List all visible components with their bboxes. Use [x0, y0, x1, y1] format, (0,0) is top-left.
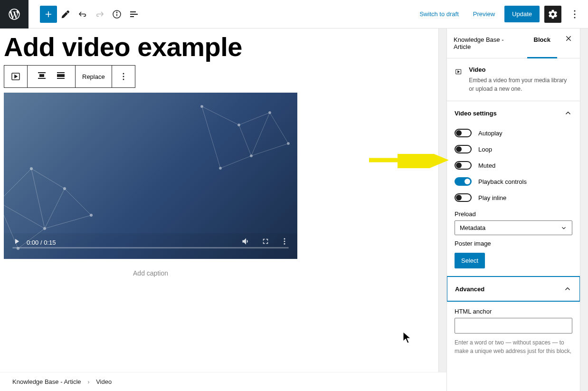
svg-point-40 [237, 124, 240, 126]
loop-toggle[interactable] [455, 145, 472, 153]
svg-rect-10 [57, 74, 65, 77]
settings-button[interactable] [544, 6, 561, 23]
svg-point-42 [250, 154, 252, 157]
pencil-icon [60, 9, 71, 19]
video-controls-bar: 0:00 / 0:15 [4, 233, 297, 259]
info-button[interactable] [108, 6, 125, 23]
chevron-up-icon [563, 285, 572, 293]
anchor-input[interactable] [455, 318, 572, 334]
undo-icon [77, 9, 88, 20]
undo-button[interactable] [74, 6, 91, 23]
svg-point-39 [200, 105, 203, 107]
redo-icon [94, 9, 105, 20]
caption-input[interactable]: Add caption [4, 259, 297, 287]
autoplay-toggle[interactable] [455, 129, 472, 137]
more-vertical-icon [569, 9, 580, 20]
top-toolbar: Switch to draft Preview Update [0, 0, 588, 29]
playback-toggle[interactable] [455, 177, 472, 186]
svg-point-3 [574, 10, 576, 11]
video-icon [455, 66, 462, 77]
fullscreen-button[interactable] [261, 237, 270, 248]
block-title: Video [469, 66, 572, 73]
align-button[interactable] [33, 70, 50, 83]
chevron-down-icon [560, 225, 567, 231]
svg-line-38 [251, 143, 288, 156]
video-progress-bar[interactable] [12, 247, 289, 248]
add-block-button[interactable] [40, 6, 57, 23]
volume-button[interactable] [241, 237, 251, 248]
poster-select-button[interactable]: Select [455, 253, 485, 268]
preload-select[interactable]: Metadata [455, 220, 572, 235]
advanced-header[interactable]: Advanced [447, 277, 579, 301]
play-button[interactable] [12, 237, 21, 248]
sidebar-scrollbar[interactable] [580, 29, 588, 391]
svg-rect-7 [39, 74, 44, 77]
preview-link[interactable]: Preview [468, 10, 500, 18]
svg-line-20 [31, 169, 45, 229]
svg-line-19 [4, 202, 45, 229]
block-type-button[interactable] [4, 66, 28, 87]
video-settings-header[interactable]: Video settings [447, 101, 580, 125]
preload-label: Preload [455, 210, 572, 218]
svg-rect-9 [38, 78, 46, 79]
redo-button[interactable] [91, 6, 108, 23]
svg-point-14 [123, 76, 124, 77]
toggle-label: Play inline [478, 194, 506, 201]
breadcrumb: Knowledge Base - Article › Video [0, 372, 446, 391]
svg-point-5 [574, 17, 576, 18]
align-wide-icon [55, 70, 66, 81]
tab-document[interactable]: Knowledge Base - Article [447, 29, 527, 58]
muted-toggle[interactable] [455, 161, 472, 170]
update-button[interactable]: Update [504, 6, 540, 22]
svg-point-27 [63, 187, 66, 190]
svg-point-28 [43, 227, 46, 230]
sidebar-tabs: Knowledge Base - Article Block [447, 29, 580, 58]
video-block[interactable]: 0:00 / 0:15 [4, 93, 297, 259]
more-options-button[interactable] [566, 6, 583, 23]
list-outline-icon [128, 9, 140, 20]
outline-button[interactable] [125, 6, 142, 23]
switch-draft-link[interactable]: Switch to draft [415, 10, 463, 18]
video-more-button[interactable] [280, 237, 289, 248]
post-title[interactable]: Add video example [4, 29, 435, 65]
align-center-icon [36, 70, 47, 81]
wordpress-icon [8, 8, 21, 21]
toggle-label: Loop [478, 146, 492, 153]
svg-line-16 [4, 169, 31, 202]
svg-line-17 [31, 169, 65, 189]
top-left-group [0, 0, 142, 28]
svg-point-29 [90, 214, 93, 217]
editor-scrollbar[interactable] [438, 29, 446, 391]
svg-line-34 [239, 125, 251, 156]
breadcrumb-current[interactable]: Video [96, 378, 112, 385]
toggle-label: Playback controls [478, 178, 527, 185]
video-settings-panel: Video settings Autoplay Loop Muted [447, 101, 580, 277]
replace-button[interactable]: Replace [76, 66, 112, 87]
svg-rect-11 [57, 72, 65, 73]
close-sidebar-button[interactable] [557, 29, 580, 58]
muted-row: Muted [455, 157, 572, 173]
poster-label: Poster image [455, 240, 572, 247]
align-wide-button[interactable] [52, 70, 69, 83]
edit-mode-button[interactable] [57, 6, 74, 23]
block-info-panel: Video Embed a video from your media libr… [447, 58, 580, 101]
play-inline-toggle[interactable] [455, 193, 472, 202]
wordpress-logo[interactable] [0, 0, 28, 29]
svg-line-22 [45, 215, 91, 229]
loop-row: Loop [455, 141, 572, 157]
svg-line-21 [65, 189, 91, 215]
anchor-label: HTML anchor [455, 308, 572, 315]
align-group [28, 66, 76, 87]
block-toolbar: Replace [4, 65, 135, 88]
panel-title: Advanced [455, 286, 484, 293]
more-vertical-icon [280, 237, 289, 246]
svg-point-15 [123, 79, 124, 80]
playback-row: Playback controls [455, 173, 572, 190]
block-more-button[interactable] [112, 66, 135, 87]
tab-block[interactable]: Block [527, 29, 557, 58]
svg-line-35 [220, 156, 251, 168]
cursor-icon [403, 332, 412, 344]
breadcrumb-root[interactable]: Knowledge Base - Article [12, 378, 81, 385]
autoplay-row: Autoplay [455, 125, 572, 141]
fullscreen-icon [261, 237, 270, 246]
